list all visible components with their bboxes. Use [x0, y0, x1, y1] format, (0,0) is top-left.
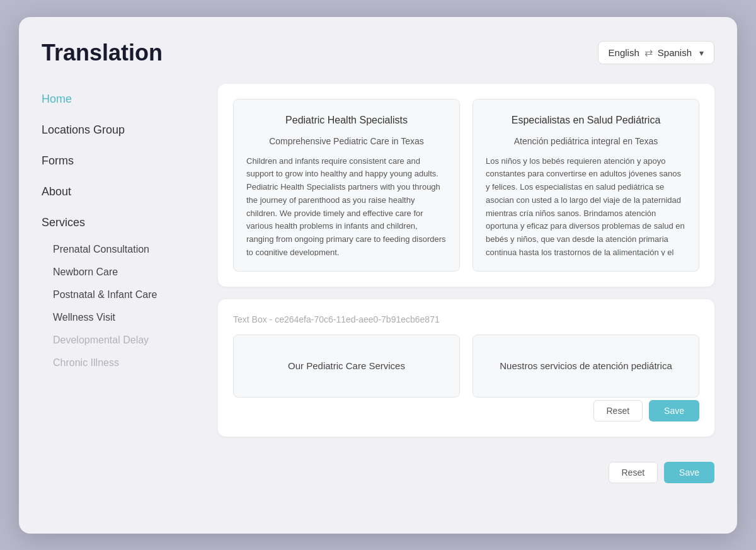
page-title: Translation	[42, 40, 163, 66]
es-services-title: Nuestros servicios de atención pediátric…	[500, 360, 672, 371]
block2-reset-button[interactable]: Reset	[593, 400, 643, 421]
language-selector[interactable]: English ⇄ Spanish ▾	[598, 41, 714, 64]
es-card-1: Especialistas en Salud Pediátrica Atenci…	[472, 99, 699, 272]
content-area: Pediatric Health Specialists Comprehensi…	[218, 84, 714, 483]
swap-icon: ⇄	[644, 47, 653, 59]
sidebar-subitem-wellness-visit[interactable]: Wellness Visit	[42, 306, 205, 329]
translation-block-2: Text Box - ce264efa-70c6-11ed-aee0-7b91e…	[218, 299, 714, 437]
page-header: Translation English ⇄ Spanish ▾	[42, 40, 714, 66]
en-card-subtitle-1: Comprehensive Pediatric Care in Texas	[246, 136, 447, 146]
translation-block-1: Pediatric Health Specialists Comprehensi…	[218, 84, 714, 287]
services-row: Our Pediatric Care Services Nuestros ser…	[233, 335, 699, 398]
sidebar-item-services[interactable]: Services	[42, 207, 205, 238]
en-card-1: Pediatric Health Specialists Comprehensi…	[233, 99, 460, 272]
chevron-down-icon: ▾	[699, 48, 704, 58]
textbox-id: ce264efa-70c6-11ed-aee0-7b91ecb6e871	[275, 314, 440, 324]
sidebar-subitem-chronic-illness[interactable]: Chronic Illness	[42, 352, 205, 374]
lang-from-label: English	[609, 47, 639, 58]
sidebar-subitem-newborn-care[interactable]: Newborn Care	[42, 261, 205, 284]
sidebar-subitem-developmental-delay[interactable]: Developmental Delay	[42, 329, 205, 352]
block2-save-button[interactable]: Save	[649, 400, 699, 421]
en-card-title-1: Pediatric Health Specialists	[246, 115, 447, 126]
lang-to-label: Spanish	[658, 47, 692, 58]
main-window: Translation English ⇄ Spanish ▾ Home Loc…	[19, 17, 737, 534]
en-services-card: Our Pediatric Care Services	[233, 335, 460, 398]
sidebar-item-forms[interactable]: Forms	[42, 146, 205, 176]
textbox-label-text: Text Box	[233, 314, 267, 324]
textbox-separator: -	[270, 314, 275, 324]
sidebar-subitem-postnatal-infant-care[interactable]: Postnatal & Infant Care	[42, 284, 205, 306]
es-card-title-1: Especialistas en Salud Pediátrica	[486, 115, 686, 126]
en-services-title: Our Pediatric Care Services	[288, 360, 405, 371]
es-card-subtitle-1: Atención pediátrica integral en Texas	[486, 136, 686, 146]
sidebar-item-home[interactable]: Home	[42, 84, 205, 115]
es-card-body-1: Los niños y los bebés requieren atención…	[486, 155, 686, 256]
en-card-body-1: Children and infants require consistent …	[246, 155, 447, 256]
footer-save-button[interactable]: Save	[664, 462, 714, 483]
textbox-label: Text Box - ce264efa-70c6-11ed-aee0-7b91e…	[233, 314, 699, 324]
block2-actions: Reset Save	[233, 400, 699, 421]
sidebar-item-about[interactable]: About	[42, 176, 205, 207]
translation-row-1: Pediatric Health Specialists Comprehensi…	[233, 99, 699, 272]
sidebar-item-locations-group[interactable]: Locations Group	[42, 115, 205, 146]
main-layout: Home Locations Group Forms About Service…	[42, 84, 714, 483]
footer-reset-button[interactable]: Reset	[609, 462, 658, 483]
sidebar-subitem-prenatal-consultation[interactable]: Prenatal Consultation	[42, 238, 205, 261]
es-services-card: Nuestros servicios de atención pediátric…	[472, 335, 699, 398]
sidebar: Home Locations Group Forms About Service…	[42, 84, 218, 483]
footer-actions: Reset Save	[218, 462, 714, 483]
